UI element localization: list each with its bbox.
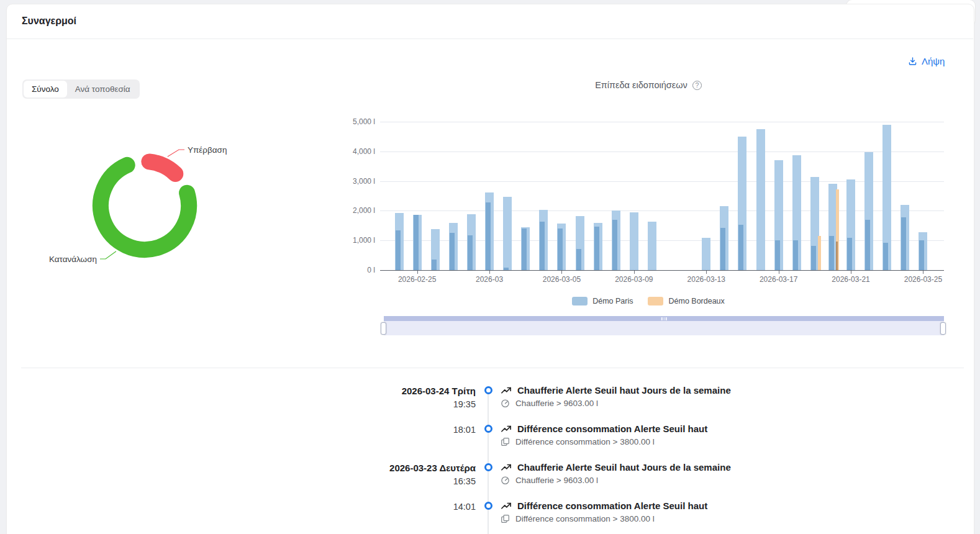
trending-up-icon bbox=[501, 385, 512, 396]
bar-demo-paris-overlap bbox=[594, 227, 599, 270]
gauge-icon bbox=[501, 476, 510, 485]
x-axis-label: 2026-03-21 bbox=[820, 275, 882, 284]
tab-total[interactable]: Σύνολο bbox=[24, 81, 67, 97]
download-icon bbox=[908, 57, 917, 66]
legend-swatch bbox=[572, 297, 588, 305]
chart-title: Επίπεδα ειδοποιήσεων bbox=[595, 80, 687, 90]
timeline-event: 2026-03-24 Τρίτη19:35Chaufferie Alerte S… bbox=[21, 384, 964, 423]
trending-up-icon bbox=[501, 500, 512, 512]
legend-label: Démo Paris bbox=[592, 297, 633, 305]
timeline-time: 16:35 bbox=[21, 474, 476, 488]
bar-demo-paris-overlap bbox=[432, 260, 437, 270]
alert-share-donut[interactable]: Υπέρβαση Κατανάλωση bbox=[47, 140, 252, 267]
x-axis-tick bbox=[706, 271, 707, 274]
consumption-label: Κατανάλωση bbox=[49, 255, 97, 264]
bar-demo-paris bbox=[648, 222, 656, 270]
bar-demo-bordeaux bbox=[818, 236, 821, 270]
timeline-date: 2026-03-23 Δευτέρα bbox=[21, 461, 476, 474]
datazoom-handle-right[interactable] bbox=[940, 322, 946, 335]
header-divider bbox=[7, 38, 973, 39]
y-axis-label: 3,000 l bbox=[320, 177, 375, 186]
excess-label-line bbox=[168, 150, 184, 156]
legend-item-demo-bordeaux[interactable]: Démo Bordeaux bbox=[648, 297, 724, 305]
bar-demo-paris-overlap bbox=[414, 215, 419, 270]
alert-detail: Différence consommation > 3800.00 l bbox=[515, 437, 655, 447]
bar-demo-paris-overlap bbox=[720, 228, 725, 270]
trending-up-icon bbox=[501, 462, 512, 473]
bar-demo-paris bbox=[756, 129, 765, 270]
gridline bbox=[380, 240, 944, 241]
x-axis-tick bbox=[417, 271, 418, 274]
difference-icon bbox=[501, 437, 510, 446]
alert-title: Différence consommation Alerte Seuil hau… bbox=[517, 500, 707, 512]
bar-demo-paris-overlap bbox=[396, 230, 401, 271]
alert-title: Chaufferie Alerte Seuil haut Jours de la… bbox=[517, 384, 731, 396]
download-label: Λήψη bbox=[922, 56, 945, 66]
difference-icon bbox=[501, 514, 510, 523]
x-axis-label: 2026-03-17 bbox=[748, 275, 810, 284]
bar-demo-paris-overlap bbox=[883, 243, 888, 271]
bar-demo-paris-overlap bbox=[576, 249, 581, 270]
y-axis-label: 5,000 l bbox=[320, 117, 375, 126]
y-axis-label: 4,000 l bbox=[320, 147, 375, 156]
legend-item-demo-paris[interactable]: Démo Paris bbox=[572, 297, 633, 305]
datazoom-window[interactable] bbox=[384, 321, 944, 335]
timeline-dot bbox=[484, 425, 492, 433]
x-axis-tick bbox=[851, 271, 851, 274]
y-axis-label: 1,000 l bbox=[320, 236, 375, 245]
gridline bbox=[380, 152, 944, 152]
datazoom-slider[interactable] bbox=[384, 316, 944, 335]
timeline-event: 2026-03-23 Δευτέρα16:35Chaufferie Alerte… bbox=[21, 461, 964, 500]
consumption-label-line bbox=[100, 251, 116, 259]
x-axis-label: 2026-03-09 bbox=[603, 275, 665, 284]
timeline-date: 2026-03-24 Τρίτη bbox=[21, 384, 476, 397]
datazoom-grip[interactable] bbox=[661, 317, 667, 320]
alert-title: Chaufferie Alerte Seuil haut Jours de la… bbox=[517, 461, 731, 473]
bar-demo-paris bbox=[503, 197, 512, 271]
bar-demo-paris-overlap bbox=[504, 268, 509, 270]
x-axis-tick bbox=[489, 271, 490, 274]
bar-chart-plot[interactable]: 5,000 l4,000 l3,000 l2,000 l1,000 l0 l20… bbox=[380, 122, 944, 271]
view-tabs: Σύνολο Ανά τοποθεσία bbox=[22, 79, 140, 99]
alert-title: Différence consommation Alerte Seuil hau… bbox=[517, 423, 707, 435]
bar-demo-paris-overlap bbox=[558, 229, 563, 270]
gridline bbox=[380, 210, 944, 211]
x-axis-tick bbox=[634, 271, 635, 274]
timeline-dot bbox=[484, 386, 492, 394]
bar-demo-paris bbox=[630, 212, 638, 270]
timeline-time: 19:35 bbox=[21, 397, 476, 411]
tab-per-location[interactable]: Ανά τοποθεσία bbox=[67, 81, 138, 97]
y-axis-label: 2,000 l bbox=[320, 206, 375, 215]
alert-detail: Chaufferie > 9603.00 l bbox=[515, 475, 598, 486]
bar-demo-paris-overlap bbox=[738, 225, 743, 270]
bar-demo-paris-overlap bbox=[522, 229, 527, 270]
chart-legend: Démo ParisDémo Bordeaux bbox=[366, 297, 930, 305]
gridline bbox=[380, 181, 944, 182]
alert-timeline: 2026-03-24 Τρίτη19:35Chaufferie Alerte S… bbox=[21, 368, 964, 534]
x-axis-tick bbox=[923, 271, 923, 274]
excess-slice[interactable] bbox=[149, 161, 175, 174]
bar-demo-paris-overlap bbox=[901, 217, 906, 270]
gridline bbox=[380, 122, 944, 122]
bar-demo-paris-overlap bbox=[450, 233, 455, 270]
x-axis-label: 2026-03-05 bbox=[530, 275, 592, 284]
x-axis-tick bbox=[561, 271, 562, 274]
trending-up-icon bbox=[501, 423, 512, 435]
bar-demo-paris-overlap bbox=[612, 220, 617, 270]
bar-demo-paris-overlap bbox=[793, 240, 798, 270]
x-axis-tick bbox=[779, 271, 779, 274]
bar-demo-paris bbox=[702, 238, 710, 270]
download-button[interactable]: Λήψη bbox=[908, 56, 945, 66]
timeline-event: 14:01Différence consommation Alerte Seui… bbox=[21, 500, 964, 534]
datazoom-handle-left[interactable] bbox=[381, 322, 386, 335]
timeline-dot bbox=[484, 502, 492, 510]
x-axis-label: 2026-03-13 bbox=[675, 275, 737, 284]
help-icon[interactable]: ? bbox=[692, 81, 702, 90]
timeline-rows: 2026-03-24 Τρίτη19:35Chaufferie Alerte S… bbox=[21, 384, 964, 534]
gauge-icon bbox=[501, 399, 510, 408]
bar-demo-paris-overlap bbox=[811, 246, 816, 270]
legend-label: Démo Bordeaux bbox=[668, 297, 724, 305]
bar-demo-paris-overlap bbox=[865, 220, 870, 270]
y-axis-label: 0 l bbox=[320, 266, 375, 274]
bar-demo-paris-overlap bbox=[486, 202, 491, 270]
